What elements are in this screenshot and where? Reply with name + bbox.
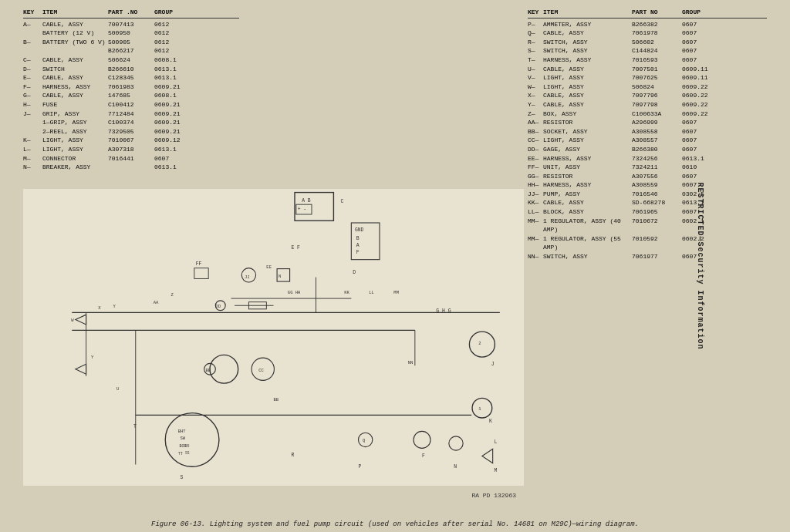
table-row: A—CABLE, ASSY70074130612 (23, 20, 239, 29)
table-row: EE—HARNESS, ASSY73242560613.1 (528, 154, 767, 163)
svg-text:SS: SS (185, 451, 190, 455)
svg-text:F: F (422, 453, 425, 459)
svg-text:F: F (356, 250, 360, 255)
svg-text:W: W (71, 318, 74, 323)
table-row: G—CABLE, ASSY1476850608.1 (23, 91, 239, 100)
table-row: 2—REEL, ASSY73295050609.21 (23, 127, 239, 136)
svg-text:CC: CC (258, 368, 264, 373)
svg-text:BHT: BHT (178, 429, 187, 434)
table-row: Y—CABLE, ASSY70977980609.22 (528, 100, 767, 109)
table-row: B2662170612 (23, 46, 239, 56)
svg-text:Y: Y (91, 355, 94, 360)
svg-text:N: N (279, 274, 281, 279)
col-group-left: GROUP (154, 8, 197, 17)
svg-text:SW: SW (181, 436, 186, 441)
svg-text:B: B (356, 236, 360, 241)
table-row: N—BREAKER, ASSY0613.1 (23, 163, 239, 172)
table-row: D—SWITCHB2666100613.1 (23, 65, 239, 74)
svg-text:Z: Z (171, 292, 174, 298)
table-row: DD—GAGE, ASSYB2663800607 (528, 145, 767, 154)
svg-text:L: L (495, 439, 498, 445)
table-row: FF—UNIT, ASSY73242110610 (528, 163, 767, 172)
svg-point-64 (414, 431, 430, 448)
svg-marker-31 (76, 315, 86, 325)
svg-text:FF: FF (196, 261, 202, 267)
svg-text:NN: NN (408, 360, 414, 365)
svg-marker-69 (482, 449, 493, 463)
svg-text:A B: A B (302, 198, 311, 204)
wiring-diagram: A B + - C GND B A F E F D FF JJ N EE (23, 189, 524, 486)
table-row: M—CONNECTOR70164410607 (23, 154, 239, 163)
table-row: X—CABLE, ASSY70977960609.22 (528, 91, 767, 100)
table-row: HH—HARNESS, ASSYA3085590607 (528, 180, 767, 190)
svg-rect-13 (194, 268, 208, 279)
figure-caption: Figure 06-13. Lighting system and fuel p… (23, 520, 767, 528)
table-row: V—LIGHT, ASSY70076250609.11 (528, 73, 767, 82)
svg-text:2: 2 (478, 341, 481, 346)
svg-text:TT: TT (178, 452, 183, 456)
table-row: H—FUSEC1004120609.21 (23, 100, 239, 109)
svg-text:GND: GND (355, 227, 364, 233)
col-partno-right: PART NO (632, 8, 682, 17)
svg-text:U: U (116, 386, 119, 392)
parts-table-right: KEY ITEM PART NO GROUP P—AMMETER, ASSYB2… (528, 8, 767, 261)
table-row: AA—RESISTORA2969990607 (528, 118, 767, 127)
table-row: Z—BOX, ASSYC100633A0609.22 (528, 109, 767, 119)
svg-marker-34 (76, 364, 86, 374)
svg-text:Q: Q (363, 438, 366, 443)
svg-text:E  F: E F (291, 245, 300, 251)
table-row: U—CABLE, ASSY70075010609.11 (528, 65, 767, 74)
svg-text:R: R (291, 453, 294, 458)
svg-point-46 (469, 332, 495, 357)
svg-text:A: A (356, 243, 360, 248)
col-key-left: KEY (23, 8, 42, 17)
svg-text:M: M (495, 468, 498, 473)
table-row: K—LIGHT, ASSY70100670609.12 (23, 136, 239, 145)
svg-text:S: S (181, 475, 184, 480)
svg-point-48 (472, 398, 492, 418)
svg-point-66 (449, 436, 463, 450)
table-row: B—BATTERY (TWO 6 V)5009050612 (23, 38, 239, 47)
svg-point-61 (359, 433, 373, 446)
table-row: 1—GRIP, ASSYC1003740609.21 (23, 118, 239, 127)
table-row: BB—SOCKET, ASSYA3085580607 (528, 127, 767, 136)
svg-text:N: N (454, 464, 457, 470)
ra-pd-number: RA PD 132963 (471, 492, 516, 499)
table-row: W—LIGHT, ASSY5068240609.22 (528, 82, 767, 92)
svg-point-51 (165, 413, 219, 467)
table-row: F—HARNESS, ASSY70619830609.21 (23, 82, 239, 92)
table-row: R—SWITCH, ASSY5066020607 (528, 38, 767, 47)
col-partno-left: PART .NO (108, 8, 154, 17)
col-key-right: KEY (528, 8, 543, 17)
table-row: GG—RESISTORA3075560607 (528, 172, 767, 181)
table-row: P—AMMETER, ASSYB2663820607 (528, 20, 767, 29)
svg-text:P: P (359, 464, 362, 470)
table-row: NN—SWITCH, ASSY70619770607 (528, 252, 767, 261)
table-row: L—LIGHT, ASSYA3073180613.1 (23, 145, 239, 154)
table-row: MM—1 REGULATOR, ASSY (40 AMP)70106720602… (528, 217, 767, 234)
svg-point-41 (210, 355, 238, 383)
col-item-left: ITEM (42, 8, 108, 17)
table-row: LL—BLOCK, ASSY70619650607 (528, 207, 767, 217)
svg-text:Y: Y (113, 304, 116, 309)
table-row: MM—1 REGULATOR, ASSY (55 AMP)70105920602… (528, 234, 767, 252)
svg-text:BB: BB (274, 397, 279, 402)
svg-text:X: X (98, 305, 101, 311)
svg-text:K: K (489, 419, 492, 424)
table-row: JJ—PUMP, ASSY70165460302.5 (528, 190, 767, 199)
svg-text:J: J (491, 362, 495, 367)
svg-text:AA: AA (154, 300, 159, 305)
svg-text:GG HH: GG HH (288, 290, 301, 295)
svg-text:MM: MM (393, 290, 399, 295)
svg-text:+ -: + - (298, 207, 307, 212)
svg-text:D: D (353, 270, 356, 275)
table-row: C—CABLE, ASSY5066240608.1 (23, 56, 239, 65)
col-item-right: ITEM (543, 8, 632, 17)
table-row: BATTERY (12 V)5009500612 (23, 29, 239, 38)
svg-text:C: C (341, 199, 344, 204)
svg-text:T: T (133, 424, 137, 429)
table-row: S—SWITCH, ASSYC1448240607 (528, 46, 767, 56)
svg-text:KK: KK (344, 290, 349, 295)
svg-text:JJ: JJ (245, 274, 250, 280)
col-group-right: GROUP (682, 8, 721, 17)
